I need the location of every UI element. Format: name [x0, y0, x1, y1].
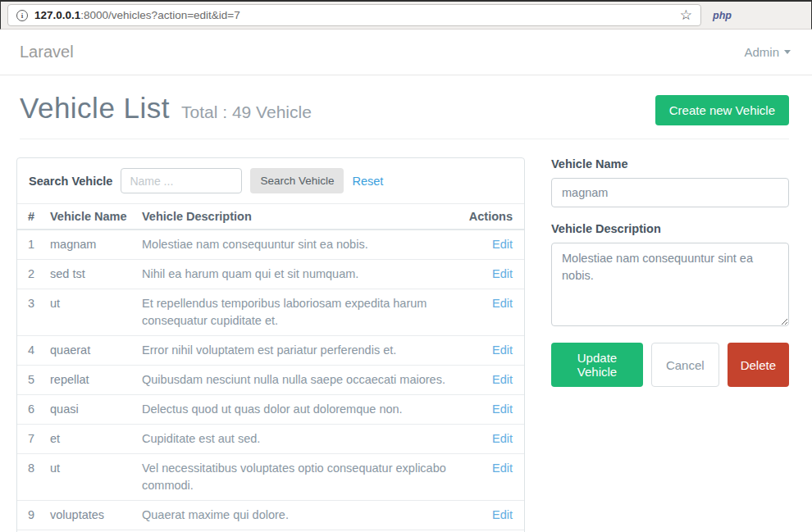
url-host: 127.0.0.1	[34, 9, 80, 21]
row-number-cell: 7	[17, 425, 43, 453]
table-row: 5 repellat Quibusdam nesciunt nulla null…	[17, 366, 524, 395]
edit-link[interactable]: Edit	[492, 238, 513, 251]
vehicle-name-cell: magnam	[43, 230, 135, 259]
vehicle-description-cell: Vel necessitatibus voluptates optio cons…	[135, 454, 472, 500]
vehicle-description-textarea[interactable]: Molestiae nam consequuntur sint ea nobis…	[551, 243, 789, 326]
php-extension-icon[interactable]: php	[713, 10, 732, 21]
vehicle-description-cell: Delectus quod ut quas dolor aut doloremq…	[135, 395, 472, 424]
main-content: Search Vehicle Search Vehicle Reset # Ve…	[0, 139, 812, 532]
search-button[interactable]: Search Vehicle	[250, 168, 344, 193]
row-number-cell: 1	[17, 230, 43, 259]
header-name: Vehicle Name	[43, 204, 135, 229]
address-bar[interactable]: i 127.0.0.1:8000/vehicles?action=edit&id…	[7, 4, 701, 26]
create-new-vehicle-button[interactable]: Create new Vehicle	[655, 95, 789, 125]
update-vehicle-button[interactable]: Update Vehicle	[551, 343, 643, 387]
edit-link[interactable]: Edit	[492, 297, 513, 310]
edit-vehicle-form: Vehicle Name Vehicle Description Molesti…	[551, 157, 789, 387]
row-number-cell: 6	[17, 395, 43, 424]
header-description: Vehicle Description	[135, 204, 463, 229]
edit-link[interactable]: Edit	[492, 462, 513, 475]
heading-divider	[20, 139, 789, 139]
edit-link[interactable]: Edit	[492, 432, 513, 445]
reset-link[interactable]: Reset	[352, 175, 383, 188]
vehicle-name-cell: quasi	[43, 395, 135, 424]
vehicle-description-cell: Et repellendus temporibus laboriosam exp…	[135, 289, 472, 335]
header-number: #	[17, 204, 43, 229]
page-title: Vehicle List	[20, 92, 170, 125]
vehicle-description-cell: Nihil ea harum quam qui et sit numquam.	[135, 260, 472, 289]
vehicle-name-label: Vehicle Name	[551, 157, 789, 171]
app-navbar: Laravel Admin	[0, 30, 812, 75]
table-row: 3 ut Et repellendus temporibus laboriosa…	[17, 289, 524, 336]
vehicle-name-cell: ut	[43, 454, 135, 500]
search-input[interactable]	[121, 168, 242, 193]
edit-link[interactable]: Edit	[492, 343, 513, 357]
header-actions: Actions	[463, 204, 524, 229]
url-text[interactable]: 127.0.0.1:8000/vehicles?action=edit&id=7	[34, 9, 673, 21]
edit-link[interactable]: Edit	[492, 402, 513, 416]
vehicle-description-cell: Quibusdam nesciunt nulla nulla saepe occ…	[135, 366, 472, 394]
row-number-cell: 5	[17, 366, 43, 394]
vehicle-name-cell: repellat	[43, 366, 135, 394]
edit-link[interactable]: Edit	[492, 267, 513, 280]
table-header-row: # Vehicle Name Vehicle Description Actio…	[17, 204, 524, 230]
search-label: Search Vehicle	[29, 175, 112, 188]
form-buttons: Update Vehicle Cancel Delete	[551, 343, 789, 387]
edit-link[interactable]: Edit	[492, 373, 513, 386]
vehicle-table: # Vehicle Name Vehicle Description Actio…	[17, 204, 524, 532]
vehicle-name-cell: sed tst	[43, 260, 135, 289]
total-count-label: Total : 49 Vehicle	[181, 102, 312, 122]
vehicle-name-cell: ut	[43, 289, 135, 335]
table-row: 7 et Cupiditate est aut sed. Edit	[17, 425, 524, 454]
table-row: 1 magnam Molestiae nam consequuntur sint…	[17, 230, 524, 260]
table-body: 1 magnam Molestiae nam consequuntur sint…	[17, 230, 524, 532]
table-row: 8 ut Vel necessitatibus voluptates optio…	[17, 454, 524, 501]
vehicle-description-cell: Error nihil voluptatem est pariatur perf…	[135, 336, 472, 365]
vehicle-description-label: Vehicle Description	[551, 222, 789, 235]
cancel-button[interactable]: Cancel	[651, 343, 719, 387]
row-number-cell: 2	[17, 260, 43, 289]
table-row: 2 sed tst Nihil ea harum quam qui et sit…	[17, 260, 524, 289]
page-header: Vehicle List Total : 49 Vehicle Create n…	[0, 75, 812, 139]
vehicle-description-cell: Quaerat maxime qui dolore.	[135, 501, 472, 530]
table-row: 9 voluptates Quaerat maxime qui dolore. …	[17, 501, 524, 530]
browser-chrome: i 127.0.0.1:8000/vehicles?action=edit&id…	[0, 0, 812, 30]
table-row: 4 quaerat Error nihil voluptatem est par…	[17, 336, 524, 366]
vehicle-name-cell: quaerat	[43, 336, 135, 365]
site-info-icon[interactable]: i	[16, 10, 28, 21]
chevron-down-icon	[784, 50, 791, 54]
row-number-cell: 3	[17, 289, 43, 335]
search-section: Search Vehicle Search Vehicle Reset	[17, 158, 524, 204]
vehicle-description-cell: Molestiae nam consequuntur sint ea nobis…	[135, 230, 472, 259]
row-number-cell: 4	[17, 336, 43, 365]
brand-link[interactable]: Laravel	[20, 43, 74, 61]
row-number-cell: 9	[17, 501, 43, 530]
delete-button[interactable]: Delete	[728, 343, 789, 387]
vehicle-list-card: Search Vehicle Search Vehicle Reset # Ve…	[16, 157, 525, 532]
row-number-cell: 8	[17, 454, 43, 500]
table-row: 6 quasi Delectus quod ut quas dolor aut …	[17, 395, 524, 425]
url-path: :8000/vehicles?action=edit&id=7	[80, 9, 239, 21]
vehicle-description-cell: Cupiditate est aut sed.	[135, 425, 472, 453]
vehicle-name-cell: voluptates	[43, 501, 135, 530]
bookmark-star-icon[interactable]: ☆	[680, 8, 692, 22]
vehicle-name-input[interactable]	[551, 178, 789, 207]
admin-dropdown-label: Admin	[744, 45, 779, 59]
admin-dropdown[interactable]: Admin	[744, 45, 791, 59]
vehicle-name-cell: et	[43, 425, 135, 453]
edit-link[interactable]: Edit	[492, 508, 513, 521]
